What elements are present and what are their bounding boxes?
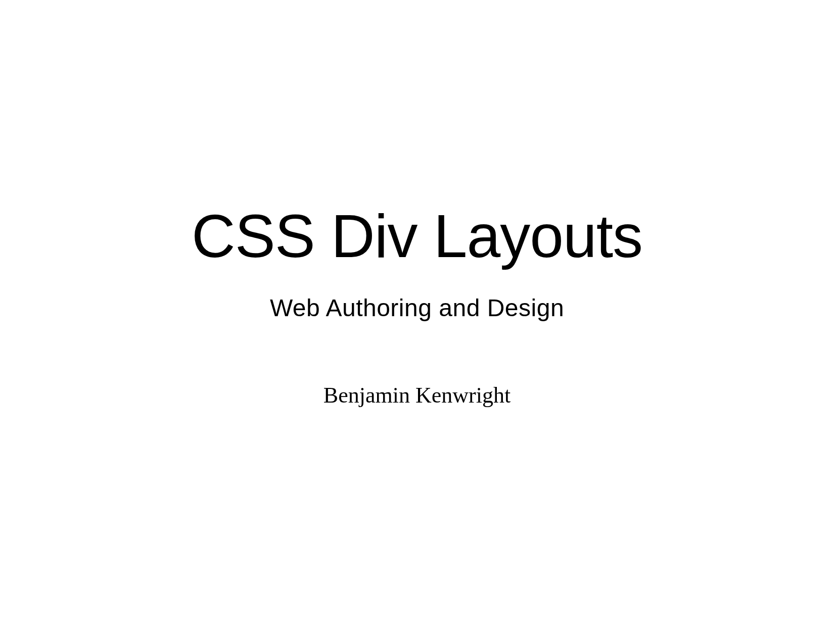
slide-subtitle: Web Authoring and Design	[270, 294, 564, 322]
slide-content: CSS Div Layouts Web Authoring and Design…	[192, 206, 642, 408]
slide-title: CSS Div Layouts	[192, 206, 642, 266]
slide-author: Benjamin Kenwright	[323, 382, 511, 408]
